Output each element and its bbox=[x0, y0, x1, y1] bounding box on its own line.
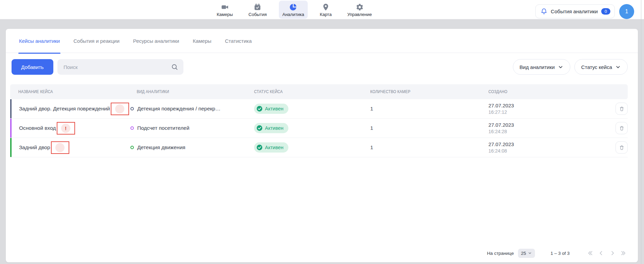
trash-icon bbox=[619, 145, 625, 151]
warning-annotation-box: ! bbox=[57, 122, 75, 135]
nav-item-label: Карта bbox=[320, 12, 332, 17]
avatar[interactable]: 1 bbox=[619, 4, 634, 19]
table-header-row: НАЗВАНИЕ КЕЙСА ВИД АНАЛИТИКИ СТАТУС КЕЙС… bbox=[10, 84, 628, 99]
map-pin-icon bbox=[321, 3, 330, 12]
chevron-down-icon bbox=[528, 251, 532, 255]
created-date: 27.07.2023 bbox=[488, 102, 605, 109]
delete-button[interactable] bbox=[615, 141, 628, 154]
case-name: Задний двор bbox=[19, 144, 50, 151]
search-icon[interactable] bbox=[171, 63, 178, 71]
tab-events-reactions[interactable]: События и реакции bbox=[73, 29, 120, 53]
analytics-type-label: Детекция повреждения / перекр… bbox=[137, 106, 220, 112]
events-button-label: События аналитики bbox=[551, 8, 598, 14]
per-page-label: На странице bbox=[487, 251, 514, 256]
camera-count: 1 bbox=[370, 125, 488, 131]
gear-icon bbox=[355, 3, 364, 12]
chevron-down-icon bbox=[615, 64, 621, 70]
created-time: 16:24:08 bbox=[488, 148, 605, 154]
filter-group: Вид аналитики Статус кейса bbox=[513, 59, 628, 75]
analytics-type-icon bbox=[130, 107, 134, 110]
nav-item-map[interactable]: Карта bbox=[317, 1, 335, 19]
top-header-bar: Камеры События Аналитика Карта bbox=[0, 0, 644, 19]
column-header-case-status: СТАТУС КЕЙСА bbox=[254, 89, 361, 94]
analytics-events-button[interactable]: События аналитики 0 bbox=[535, 4, 615, 18]
toolbar: Добавить Вид аналитики Статус кейса bbox=[6, 59, 638, 75]
case-status-filter[interactable]: Статус кейса bbox=[574, 59, 628, 75]
content-card: Кейсы аналитики События и реакции Ресурс… bbox=[6, 29, 638, 262]
created-date: 27.07.2023 bbox=[488, 122, 605, 128]
table-row[interactable]: Задний двор. Детекция повреждений Детекц… bbox=[10, 99, 628, 119]
cases-table: НАЗВАНИЕ КЕЙСА ВИД АНАЛИТИКИ СТАТУС КЕЙС… bbox=[10, 84, 628, 157]
first-page-button[interactable] bbox=[586, 249, 594, 257]
column-header-case-name: НАЗВАНИЕ КЕЙСА bbox=[10, 89, 121, 94]
add-button[interactable]: Добавить bbox=[12, 59, 53, 75]
column-header-created: СОЗДАНО bbox=[488, 89, 595, 94]
status-label: Активен bbox=[265, 125, 284, 131]
row-accent-bar bbox=[10, 138, 12, 157]
check-circle-icon bbox=[256, 144, 263, 151]
status-badge: Активен bbox=[254, 123, 288, 133]
prev-page-button[interactable] bbox=[597, 249, 605, 257]
warning-icon[interactable] bbox=[55, 143, 65, 152]
per-page-value: 25 bbox=[521, 251, 526, 256]
table-row[interactable]: Основной вход ! Подсчет посетителей Акти… bbox=[10, 119, 628, 138]
search-box bbox=[57, 59, 183, 75]
tab-analytics-resources[interactable]: Ресурсы аналитики bbox=[133, 29, 179, 53]
status-badge: Активен bbox=[254, 104, 288, 114]
trash-icon bbox=[619, 106, 625, 112]
nav-item-analytics[interactable]: Аналитика bbox=[279, 1, 307, 19]
nav-item-label: Аналитика bbox=[282, 12, 304, 17]
warning-icon[interactable]: ! bbox=[61, 124, 70, 133]
delete-button[interactable] bbox=[615, 122, 628, 134]
scrollbar-edge bbox=[641, 0, 641, 264]
calendar-check-icon bbox=[253, 3, 262, 12]
status-badge: Активен bbox=[254, 142, 288, 153]
table-footer: На странице 25 1 – 3 of 3 bbox=[487, 248, 628, 258]
nav-item-label: События bbox=[249, 12, 267, 17]
analytics-type-label: Подсчет посетителей bbox=[137, 125, 190, 131]
nav-item-management[interactable]: Управление bbox=[344, 1, 375, 19]
top-nav: Камеры События Аналитика Карта bbox=[213, 0, 375, 19]
created-time: 16:27:12 bbox=[488, 109, 605, 116]
case-name: Задний двор. Детекция повреждений bbox=[19, 106, 110, 112]
next-page-button[interactable] bbox=[608, 249, 616, 257]
created-date: 27.07.2023 bbox=[488, 141, 605, 148]
pagination-range: 1 – 3 of 3 bbox=[551, 251, 570, 256]
camera-count: 1 bbox=[370, 144, 488, 151]
tab-cameras[interactable]: Камеры bbox=[193, 29, 211, 53]
search-input[interactable] bbox=[57, 59, 171, 75]
pie-chart-icon bbox=[289, 3, 298, 12]
chevron-down-icon bbox=[558, 64, 564, 70]
check-circle-icon bbox=[256, 125, 263, 131]
app-viewport: Камеры События Аналитика Карта bbox=[0, 0, 644, 264]
table-row[interactable]: Задний двор Детекция движения Активен 1 … bbox=[10, 138, 628, 157]
tab-analytics-cases[interactable]: Кейсы аналитики bbox=[19, 29, 60, 53]
filter-label: Вид аналитики bbox=[520, 64, 555, 70]
bell-icon bbox=[540, 8, 548, 15]
analytics-type-icon bbox=[130, 146, 134, 149]
analytics-type-filter[interactable]: Вид аналитики bbox=[513, 59, 571, 75]
nav-item-cameras[interactable]: Камеры bbox=[213, 1, 236, 19]
analytics-type-icon bbox=[130, 126, 134, 130]
column-header-camera-count: КОЛИЧЕСТВО КАМЕР bbox=[370, 89, 479, 94]
last-page-button[interactable] bbox=[620, 249, 628, 257]
row-accent-bar bbox=[10, 99, 12, 118]
camera-count: 1 bbox=[370, 106, 488, 112]
row-accent-bar bbox=[10, 119, 12, 138]
analytics-type-label: Детекция движения bbox=[137, 144, 185, 151]
nav-item-events[interactable]: События bbox=[245, 1, 270, 19]
delete-button[interactable] bbox=[615, 103, 628, 115]
video-camera-icon bbox=[220, 3, 229, 12]
events-count-badge: 0 bbox=[601, 8, 610, 15]
column-header-analytics-type: ВИД АНАЛИТИКИ bbox=[130, 89, 244, 94]
per-page-select[interactable]: 25 bbox=[518, 249, 535, 258]
tab-statistics[interactable]: Статистика bbox=[225, 29, 252, 53]
warning-annotation-box bbox=[51, 141, 69, 154]
warning-icon[interactable] bbox=[115, 104, 124, 113]
nav-item-label: Управление bbox=[347, 12, 372, 17]
created-time: 16:24:28 bbox=[488, 128, 605, 135]
pagination-controls bbox=[586, 249, 628, 257]
tab-bar: Кейсы аналитики События и реакции Ресурс… bbox=[6, 29, 638, 53]
status-label: Активен bbox=[265, 145, 284, 150]
check-circle-icon bbox=[256, 106, 263, 112]
